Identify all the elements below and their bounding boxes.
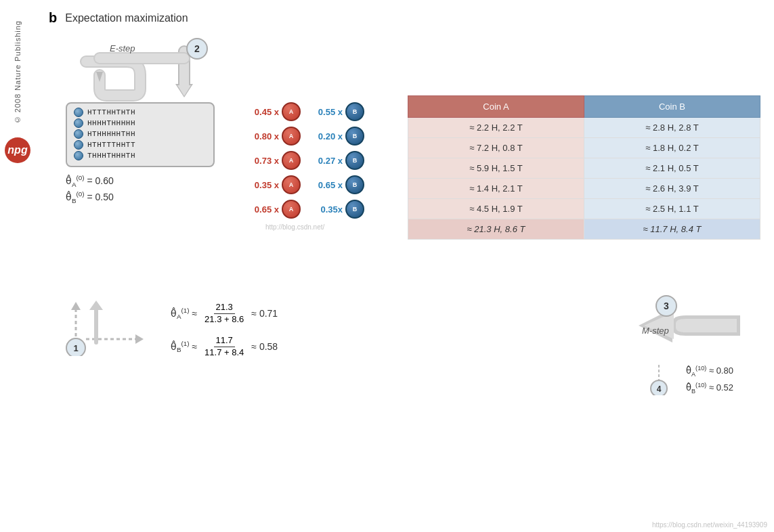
sidebar: © 2008 Nature Publishing npg [0, 0, 35, 532]
table-row: ≈ 5.9 H, 1.5 T ≈ 2.1 H, 0.5 T [408, 158, 760, 179]
list-item: 0.80 x A 0.20 x B [245, 127, 394, 146]
table-row: ≈ 2.2 H, 2.2 T ≈ 2.8 H, 2.8 T [408, 118, 760, 138]
bottom-left-arrows-svg: 1 [49, 295, 157, 356]
mstep-bottom: 4 θ̂A(10) ≈ 0.80 θ̂B(10) ≈ 0.52 [639, 361, 733, 398]
step3-circle: 3 [655, 295, 677, 317]
coin-b-icon: B [345, 102, 364, 121]
list-item: HTHHHHHTHH [74, 129, 207, 139]
upper-section: E-step 2 HTTTHHTHTH HHHHTHHHHH HTHHHHHTH… [49, 38, 760, 282]
coin-b-icon: B [345, 127, 364, 146]
theta-a-initial: θ̂A(0) = 0.60 [66, 174, 215, 187]
svg-text:1: 1 [73, 343, 78, 353]
prob-red: 0.73 x [245, 156, 279, 166]
prob-red: 0.80 x [245, 131, 279, 141]
list-item: 0.65 x A 0.35x B [245, 200, 394, 219]
copyright-text: © 2008 Nature Publishing [14, 20, 22, 124]
lower-section: 1 θ̂A(1) ≈ 21.3 21.3 + 8.6 ≈ 0.71 θ̂B(1)… [49, 288, 760, 398]
list-item: 0.73 x A 0.27 x B [245, 151, 394, 170]
sequences-box: HTTTHHTHTH HHHHTHHHHH HTHHHHHTHH HTHTTTH… [66, 102, 215, 167]
td-coin-a: ≈ 4.5 H, 1.9 T [408, 199, 584, 219]
step4-area: 4 [639, 361, 679, 398]
prob-red: 0.45 x [245, 107, 279, 117]
list-item: THHHTHHHTH [74, 151, 207, 160]
th-coin-a: Coin A [408, 96, 584, 118]
step2-circle: 2 [186, 38, 208, 60]
svg-marker-13 [89, 301, 103, 310]
prob-blue: 0.65 x [309, 180, 343, 190]
th-coin-b: Coin B [584, 96, 760, 118]
step4-svg: 4 [639, 361, 679, 395]
coin-a-icon: A [282, 175, 301, 194]
mstep-section: 3 M-step 4 θ̂A(10) ≈ 0.80 [611, 295, 760, 398]
list-item: HTTTHHTHTH [74, 108, 207, 117]
mstep-label: M-step [642, 326, 669, 336]
td-coin-b: ≈ 2.1 H, 0.5 T [584, 158, 760, 179]
final-thetas: θ̂A(10) ≈ 0.80 θ̂B(10) ≈ 0.52 [686, 363, 733, 397]
td-coin-b: ≈ 1.8 H, 0.2 T [584, 138, 760, 158]
seq-text: HTHTTTHHTT [87, 141, 135, 149]
formula-theta-a: θ̂A(1) ≈ 21.3 21.3 + 8.6 ≈ 0.71 [171, 302, 598, 326]
seq-text: HTHHHHHTHH [87, 130, 135, 138]
prob-blue: 0.20 x [309, 131, 343, 141]
td-coin-a: ≈ 1.4 H, 2.1 T [408, 179, 584, 199]
estep-container: E-step 2 [66, 38, 215, 106]
svg-text:4: 4 [657, 384, 662, 394]
formula-theta-b-num: 11.7 [214, 335, 235, 347]
estep-label: E-step [110, 43, 135, 53]
formula-theta-a-den: 21.3 + 8.6 [202, 314, 246, 326]
td-coin-a: ≈ 7.2 H, 0.8 T [408, 138, 584, 158]
npg-logo: npg [5, 137, 30, 163]
prob-red: 0.65 x [245, 204, 279, 215]
main-content: b Expectation maximization [35, 0, 774, 532]
svg-marker-5 [177, 85, 191, 96]
table-row-totals: ≈ 21.3 H, 8.6 T ≈ 11.7 H, 8.4 T [408, 219, 760, 240]
coin-a-icon: A [282, 200, 301, 219]
final-theta-a: θ̂A(10) ≈ 0.80 [686, 363, 733, 380]
prob-red: 0.35 x [245, 180, 279, 190]
list-item: HTHTTTHHTT [74, 140, 207, 150]
coin-a-icon: A [282, 151, 301, 170]
td-coin-b: ≈ 2.6 H, 3.9 T [584, 179, 760, 199]
prob-blue: 0.35x [309, 204, 343, 215]
seq-dot [74, 140, 83, 150]
left-diagram: E-step 2 HTTTHHTHTH HHHHTHHHHH HTHHHHHTH… [49, 38, 232, 282]
coin-a-icon: A [282, 102, 301, 121]
formula-theta-b: θ̂B(1) ≈ 11.7 11.7 + 8.4 ≈ 0.58 [171, 335, 598, 359]
list-item: 0.45 x A 0.55 x B [245, 102, 394, 121]
td-coin-b: ≈ 2.5 H, 1.1 T [584, 199, 760, 219]
seq-dot [74, 151, 83, 160]
coin-a-icon: A [282, 127, 301, 146]
prob-blue: 0.55 x [309, 107, 343, 117]
formula-theta-b-den: 11.7 + 8.4 [202, 347, 246, 359]
table-row: ≈ 4.5 H, 1.9 T ≈ 2.5 H, 1.1 T [408, 199, 760, 219]
list-item: HHHHTHHHHH [74, 118, 207, 128]
coin-b-icon: B [345, 151, 364, 170]
theta-labels: θ̂A(0) = 0.60 θ̂B(0) = 0.50 [66, 174, 215, 207]
td-coin-a: ≈ 5.9 H, 1.5 T [408, 158, 584, 179]
right-table: Coin A Coin B ≈ 2.2 H, 2.2 T ≈ 2.8 H, 2.… [408, 38, 760, 282]
theta-b-initial: θ̂B(0) = 0.50 [66, 190, 215, 204]
watermark2: https://blog.csdn.net/weixin_44193909 [652, 521, 767, 529]
section-title: Expectation maximization [65, 12, 188, 24]
mstep-svg [618, 295, 754, 356]
seq-text: HTTTHHTHTH [87, 108, 135, 116]
list-item: 0.35 x A 0.65 x B [245, 175, 394, 194]
final-theta-b: θ̂B(10) ≈ 0.52 [686, 380, 733, 397]
prob-blue: 0.27 x [309, 156, 343, 166]
td-total-a: ≈ 21.3 H, 8.6 T [408, 219, 584, 240]
formula-theta-a-num: 21.3 [214, 302, 235, 314]
td-coin-a: ≈ 2.2 H, 2.2 T [408, 118, 584, 138]
section-label: b [49, 10, 57, 26]
em-table: Coin A Coin B ≈ 2.2 H, 2.2 T ≈ 2.8 H, 2.… [408, 95, 760, 240]
coin-b-icon: B [345, 175, 364, 194]
middle-probs: 0.45 x A 0.55 x B 0.80 x A 0.20 x B 0.73… [245, 38, 394, 282]
bottom-left-area: 1 [49, 295, 157, 356]
table-row: ≈ 1.4 H, 2.1 T ≈ 2.6 H, 3.9 T [408, 179, 760, 199]
td-total-b: ≈ 11.7 H, 8.4 T [584, 219, 760, 240]
svg-marker-9 [71, 302, 81, 310]
formulas: θ̂A(1) ≈ 21.3 21.3 + 8.6 ≈ 0.71 θ̂B(1) ≈… [171, 295, 598, 375]
formula-theta-b-result: ≈ 0.58 [251, 341, 278, 352]
seq-dot [74, 108, 83, 117]
coin-b-icon: B [345, 200, 364, 219]
mstep-arrow-area: 3 M-step [618, 295, 754, 356]
